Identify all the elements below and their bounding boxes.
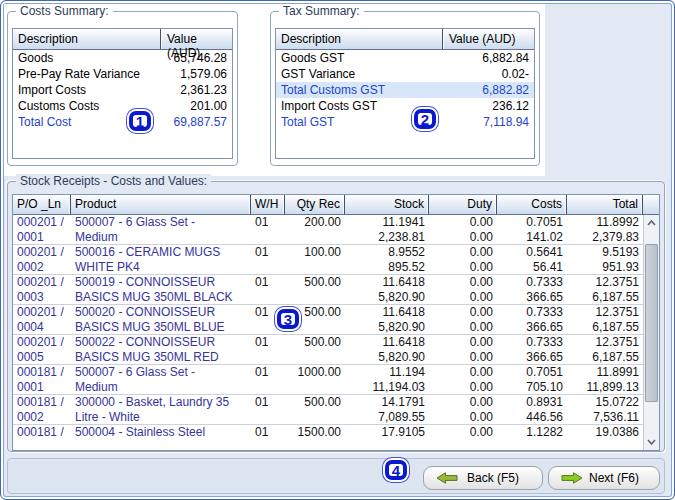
cell-wh: 01 (251, 245, 285, 274)
cell-po-ln: 000201 /0001 (13, 215, 71, 244)
cell-total: 15.07227,536.11 (567, 395, 643, 424)
summary-row-value: 69,887.57 (160, 114, 232, 130)
cell-po-ln: 000181 /0002 (13, 395, 71, 424)
cell-qty-rec: 200.00 (285, 215, 345, 244)
cell-duty: 0.000.00 (429, 245, 497, 274)
column-header-wh[interactable]: W/H (251, 195, 285, 214)
summary-row: Customs Costs201.00 (13, 98, 232, 114)
column-header-value-aud: Value (AUD) (160, 29, 232, 49)
scrollbar-thumb[interactable] (645, 244, 658, 402)
cell-wh: 01 (251, 215, 285, 244)
cell-qty-rec: 1500.00 (285, 425, 345, 450)
stock-receipts-title: Stock Receipts - Costs and Values: (16, 174, 211, 188)
summary-row-value: 236.12 (442, 98, 534, 114)
cell-stock: 11.64185,820.90 (345, 305, 429, 334)
column-header-total[interactable]: Total (567, 195, 643, 214)
cell-qty-rec: 500.00 (285, 335, 345, 364)
summary-row: Import Costs2,361.23 (13, 82, 232, 98)
table-row[interactable]: 000181 /0002300000 - Basket, Laundry 35L… (13, 395, 643, 425)
table-row[interactable]: 000201 /0005500022 - CONNOISSEURBASICS M… (13, 335, 643, 365)
cell-po-ln: 000201 /0002 (13, 245, 71, 274)
summary-row-value: 1,579.06 (160, 66, 232, 82)
cell-duty: 0.000.00 (429, 365, 497, 394)
cell-stock: 11.64185,820.90 (345, 335, 429, 364)
vertical-scrollbar[interactable] (643, 215, 659, 450)
table-row[interactable]: 000181 /500004 - Stainless Steel011500.0… (13, 425, 643, 450)
tax-summary-title: Tax Summary: (279, 4, 364, 18)
cell-product: 300000 - Basket, Laundry 35Litre - White (71, 395, 251, 424)
column-header-po-ln[interactable]: P/O _Ln (13, 195, 71, 214)
next-button[interactable]: Next (F6) (548, 466, 660, 490)
back-button-label: Back (F5) (458, 471, 542, 485)
summary-row: Goods65,746.28 (13, 50, 232, 66)
column-header-duty[interactable]: Duty (429, 195, 497, 214)
summary-row: Goods GST6,882.84 (276, 50, 534, 66)
summary-row-value: 6,882.82 (442, 82, 534, 98)
step-badge-2: 2 (414, 109, 436, 129)
summary-row-label: Import Costs (13, 82, 160, 98)
cell-costs: 1.1282 (497, 425, 567, 450)
summary-row-value: 65,746.28 (160, 50, 232, 66)
summary-row-label: Goods GST (276, 50, 442, 66)
costs-summary-panel: Costs Summary: DescriptionValue (AUD)Goo… (7, 11, 238, 166)
cell-stock: 11.64185,820.90 (345, 275, 429, 304)
column-header-product[interactable]: Product (71, 195, 251, 214)
costs-summary-title: Costs Summary: (16, 4, 113, 18)
step-badge-4: 4 (385, 460, 407, 480)
cell-stock: 8.9552895.52 (345, 245, 429, 274)
tax-summary-table: DescriptionValue (AUD)Goods GST6,882.84G… (275, 28, 535, 159)
column-header-qty-rec[interactable]: Qty Rec (285, 195, 345, 214)
summary-row-value: 2,361.23 (160, 82, 232, 98)
step-badge-3: 3 (277, 309, 299, 329)
costs-summary-table: DescriptionValue (AUD)Goods65,746.28Pre-… (12, 28, 233, 159)
summary-row: Import Costs GST236.12 (276, 98, 534, 114)
summary-row-value: 6,882.84 (442, 50, 534, 66)
cell-duty: 0.000.00 (429, 395, 497, 424)
cell-costs: 0.7333366.65 (497, 335, 567, 364)
wizard-window: Costs Summary: DescriptionValue (AUD)Goo… (0, 0, 675, 500)
cell-duty: 0.000.00 (429, 305, 497, 334)
cell-po-ln: 000201 /0005 (13, 335, 71, 364)
step-badge-1: 1 (129, 111, 151, 131)
scroll-down-icon[interactable] (644, 434, 659, 450)
column-header-stock[interactable]: Stock (345, 195, 429, 214)
cell-product: 500020 - CONNOISSEURBASICS MUG 350ML BLU… (71, 305, 251, 334)
summary-row-value: 7,118.94 (442, 114, 534, 130)
cell-stock: 14.17917,089.55 (345, 395, 429, 424)
scroll-up-icon[interactable] (644, 215, 659, 231)
cell-duty: 0.00 (429, 425, 497, 450)
cell-product: 500019 - CONNOISSEURBASICS MUG 350ML BLA… (71, 275, 251, 304)
cell-costs: 0.8931446.56 (497, 395, 567, 424)
cell-costs: 0.7333366.65 (497, 305, 567, 334)
summary-header-row: DescriptionValue (AUD) (13, 29, 232, 50)
table-row[interactable]: 000201 /0003500019 - CONNOISSEURBASICS M… (13, 275, 643, 305)
table-row[interactable]: 000201 /0004500020 - CONNOISSEURBASICS M… (13, 305, 643, 335)
summary-row: Total Cost69,887.57 (13, 114, 232, 130)
stock-receipts-panel: Stock Receipts - Costs and Values: P/O _… (7, 181, 665, 452)
cell-product: 500022 - CONNOISSEURBASICS MUG 350ML RED (71, 335, 251, 364)
cell-duty: 0.000.00 (429, 335, 497, 364)
cell-total: 11.89922,379.83 (567, 215, 643, 244)
summary-row-label: Goods (13, 50, 160, 66)
column-header-description: Description (13, 29, 160, 49)
cell-qty-rec: 100.00 (285, 245, 345, 274)
cell-product: 500004 - Stainless Steel (71, 425, 251, 450)
back-button[interactable]: Back (F5) (423, 466, 543, 490)
table-row[interactable]: 000181 /0001500007 - 6 Glass Set -Medium… (13, 365, 643, 395)
cell-qty-rec: 500.00 (285, 395, 345, 424)
cell-wh: 01 (251, 365, 285, 394)
cell-po-ln: 000181 /0001 (13, 365, 71, 394)
tax-summary-panel: Tax Summary: DescriptionValue (AUD)Goods… (270, 11, 540, 166)
cell-costs: 0.7051705.10 (497, 365, 567, 394)
summary-row-label: Total Customs GST (276, 82, 442, 98)
cell-product: 500007 - 6 Glass Set -Medium (71, 215, 251, 244)
column-header-costs[interactable]: Costs (497, 195, 567, 214)
cell-po-ln: 000181 / (13, 425, 71, 450)
cell-stock: 11.19411,194.03 (345, 365, 429, 394)
summary-row-label: GST Variance (276, 66, 442, 82)
cell-total: 19.0386 (567, 425, 643, 450)
table-row[interactable]: 000201 /0001500007 - 6 Glass Set -Medium… (13, 215, 643, 245)
table-row[interactable]: 000201 /0002500016 - CERAMIC MUGSWHITE P… (13, 245, 643, 275)
footer-bar: Back (F5) Next (F6) (7, 458, 665, 494)
cell-po-ln: 000201 /0004 (13, 305, 71, 334)
